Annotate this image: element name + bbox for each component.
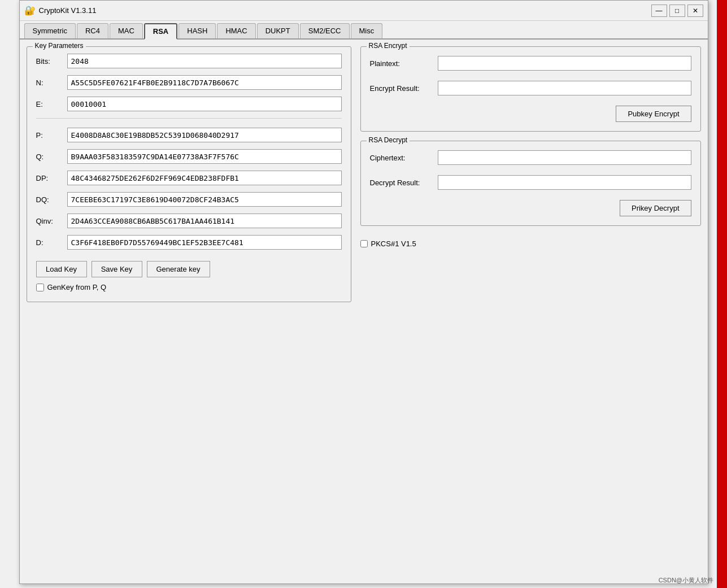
- plaintext-row: Plaintext:: [370, 56, 691, 71]
- key-params-group: Key Parameters Bits: N: E: P:: [27, 46, 351, 302]
- tab-rsa[interactable]: RSA: [144, 23, 177, 40]
- pkcs-row: PKCS#1 V1.5: [360, 235, 701, 252]
- load-key-button[interactable]: Load Key: [36, 261, 87, 277]
- dp-row: DP:: [36, 171, 342, 185]
- d-label: D:: [36, 238, 67, 247]
- genkey-pq-row: GenKey from P, Q: [36, 280, 342, 295]
- n-row: N:: [36, 75, 342, 90]
- pubkey-encrypt-row: Pubkey Encrypt: [370, 106, 691, 122]
- plaintext-input[interactable]: [438, 56, 691, 71]
- e-input[interactable]: [67, 97, 342, 111]
- n-label: N:: [36, 79, 67, 87]
- qinv-row: Qinv:: [36, 214, 342, 228]
- rsa-encrypt-title: RSA Encrypt: [367, 42, 410, 50]
- qinv-label: Qinv:: [36, 217, 67, 225]
- decrypt-result-input[interactable]: [438, 175, 691, 190]
- dp-input[interactable]: [67, 171, 342, 185]
- rsa-encrypt-group: RSA Encrypt Plaintext: Encrypt Result: P…: [360, 46, 701, 132]
- bits-row: Bits:: [36, 54, 342, 68]
- generate-key-button[interactable]: Generate key: [147, 261, 210, 277]
- e-row: E:: [36, 97, 342, 111]
- p-input[interactable]: [67, 128, 342, 142]
- bits-input[interactable]: [67, 54, 342, 68]
- app-icon: 🔐: [24, 5, 36, 16]
- tab-mac[interactable]: MAC: [110, 23, 143, 38]
- n-input[interactable]: [67, 75, 342, 90]
- close-button[interactable]: ✕: [687, 5, 703, 17]
- d-row: D:: [36, 235, 342, 250]
- tab-dukpt[interactable]: DUKPT: [257, 23, 299, 38]
- window-title: CryptoKit V1.3.11: [39, 6, 97, 15]
- plaintext-label: Plaintext:: [370, 59, 438, 68]
- red-strip: [717, 0, 727, 588]
- ciphertext-input[interactable]: [438, 150, 691, 165]
- tab-hash[interactable]: HASH: [179, 23, 216, 38]
- dq-row: DQ:: [36, 192, 342, 207]
- prikey-decrypt-button[interactable]: Prikey Decrypt: [620, 200, 691, 216]
- key-params-title: Key Parameters: [33, 42, 86, 50]
- ciphertext-row: Ciphertext:: [370, 150, 691, 165]
- separator: [36, 118, 342, 119]
- q-row: Q:: [36, 149, 342, 164]
- tab-hmac[interactable]: HMAC: [217, 23, 255, 38]
- prikey-decrypt-row: Prikey Decrypt: [370, 200, 691, 216]
- decrypt-result-row: Decrypt Result:: [370, 175, 691, 190]
- title-bar: 🔐 CryptoKit V1.3.11 — □ ✕: [20, 1, 708, 21]
- d-input[interactable]: [67, 235, 342, 250]
- p-row: P:: [36, 128, 342, 142]
- right-panel: RSA Encrypt Plaintext: Encrypt Result: P…: [360, 46, 701, 577]
- bits-label: Bits:: [36, 57, 67, 66]
- p-label: P:: [36, 131, 67, 140]
- main-window: 🔐 CryptoKit V1.3.11 — □ ✕ Symmetric RC4 …: [19, 0, 708, 584]
- left-panel: Key Parameters Bits: N: E: P:: [27, 46, 351, 577]
- dq-label: DQ:: [36, 195, 67, 204]
- minimize-button[interactable]: —: [651, 5, 667, 17]
- pkcs-checkbox[interactable]: [360, 240, 368, 247]
- genkey-pq-label: GenKey from P, Q: [47, 283, 107, 291]
- save-key-button[interactable]: Save Key: [92, 261, 142, 277]
- content-area: Key Parameters Bits: N: E: P:: [20, 40, 708, 583]
- encrypt-result-input[interactable]: [438, 81, 691, 95]
- q-input[interactable]: [67, 149, 342, 164]
- e-label: E:: [36, 100, 67, 108]
- key-button-row: Load Key Save Key Generate key: [36, 256, 342, 280]
- qinv-input[interactable]: [67, 214, 342, 228]
- encrypt-result-label: Encrypt Result:: [370, 84, 438, 93]
- decrypt-result-label: Decrypt Result:: [370, 178, 438, 187]
- tab-misc[interactable]: Misc: [351, 23, 383, 38]
- pkcs-label: PKCS#1 V1.5: [371, 239, 416, 248]
- tab-rc4[interactable]: RC4: [77, 23, 108, 38]
- window-controls: — □ ✕: [651, 5, 703, 17]
- q-label: Q:: [36, 153, 67, 161]
- genkey-pq-checkbox[interactable]: [36, 284, 44, 291]
- watermark: CSDN@小黄人软件: [659, 576, 713, 585]
- tab-symmetric[interactable]: Symmetric: [24, 23, 76, 38]
- rsa-decrypt-group: RSA Decrypt Ciphertext: Decrypt Result: …: [360, 141, 701, 226]
- tab-sm2ecc[interactable]: SM2/ECC: [300, 23, 350, 38]
- maximize-button[interactable]: □: [669, 5, 685, 17]
- tab-bar: Symmetric RC4 MAC RSA HASH HMAC DUKPT SM…: [20, 21, 708, 40]
- pubkey-encrypt-button[interactable]: Pubkey Encrypt: [616, 106, 691, 122]
- ciphertext-label: Ciphertext:: [370, 154, 438, 162]
- dq-input[interactable]: [67, 192, 342, 207]
- dp-label: DP:: [36, 174, 67, 182]
- rsa-decrypt-title: RSA Decrypt: [367, 136, 410, 144]
- encrypt-result-row: Encrypt Result:: [370, 81, 691, 95]
